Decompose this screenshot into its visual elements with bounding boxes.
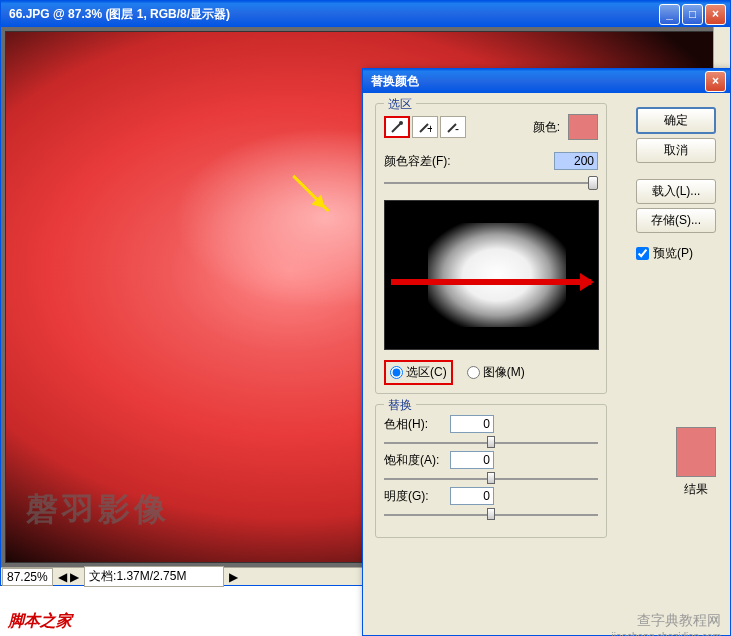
dialog-close-button[interactable]: × — [705, 71, 726, 92]
window-title: 66.JPG @ 87.3% (图层 1, RGB/8/显示器) — [5, 6, 659, 23]
sat-label: 饱和度(A): — [384, 452, 444, 469]
svg-point-1 — [399, 121, 403, 125]
save-button[interactable]: 存储(S)... — [636, 208, 716, 233]
doc-size: 文档:1.37M/2.75M — [84, 566, 224, 587]
hue-label: 色相(H): — [384, 416, 444, 433]
color-swatch[interactable] — [568, 114, 598, 140]
eyedropper-subtract-button[interactable]: - — [440, 116, 466, 138]
preview-label: 预览(P) — [653, 245, 693, 262]
result-swatch[interactable] — [676, 427, 716, 477]
tolerance-input[interactable] — [554, 152, 598, 170]
light-slider[interactable] — [384, 507, 598, 523]
eyedropper-button[interactable] — [384, 116, 410, 138]
tolerance-label: 颜色容差(F): — [384, 153, 548, 170]
main-titlebar[interactable]: 66.JPG @ 87.3% (图层 1, RGB/8/显示器) _ □ × — [1, 1, 730, 27]
radio-image[interactable] — [467, 366, 480, 379]
svg-text:-: - — [455, 122, 459, 134]
page-footer: 脚本之家 www.jb51.net 查字典教程网 jiaocheng.chazi… — [0, 586, 731, 636]
radio-selection-wrap[interactable]: 选区(C) — [384, 360, 453, 385]
svg-text:+: + — [427, 122, 432, 134]
footer-watermark: 查字典教程网 — [637, 612, 721, 630]
scroll-arrows[interactable]: ◀ ▶ — [54, 570, 83, 584]
dialog-title: 替换颜色 — [367, 73, 705, 90]
image-watermark: 磬羽影像 — [26, 488, 170, 532]
selection-legend: 选区 — [384, 96, 416, 113]
selection-fieldset: 选区 + - 颜色: 颜色容差(F): — [375, 103, 607, 394]
result-label: 结果 — [676, 481, 716, 498]
hue-input[interactable] — [450, 415, 494, 433]
color-label: 颜色: — [533, 119, 560, 136]
hue-slider[interactable] — [384, 435, 598, 451]
replace-legend: 替换 — [384, 397, 416, 414]
result-swatch-group: 结果 — [676, 427, 716, 498]
replace-fieldset: 替换 色相(H): 饱和度(A): 明度(G): — [375, 404, 607, 538]
cancel-button[interactable]: 取消 — [636, 138, 716, 163]
annotation-red-arrow — [391, 279, 591, 285]
preview-check-wrap[interactable]: 预览(P) — [636, 245, 716, 262]
info-arrow[interactable]: ▶ — [225, 570, 242, 584]
eyedropper-add-button[interactable]: + — [412, 116, 438, 138]
sat-input[interactable] — [450, 451, 494, 469]
ok-button[interactable]: 确定 — [636, 107, 716, 134]
zoom-level[interactable]: 87.25% — [2, 568, 53, 586]
svg-line-0 — [392, 124, 400, 132]
brand-text: 脚本之家 — [8, 611, 72, 632]
replace-color-dialog: 替换颜色 × 选区 + - 颜色: 颜色容差(F): — [362, 68, 731, 636]
selection-preview[interactable] — [384, 200, 599, 350]
radio-selection[interactable] — [390, 366, 403, 379]
radio-image-wrap[interactable]: 图像(M) — [467, 364, 525, 381]
sat-slider[interactable] — [384, 471, 598, 487]
light-label: 明度(G): — [384, 488, 444, 505]
footer-watermark-url: jiaocheng.chazidian.com — [611, 631, 721, 636]
dialog-titlebar[interactable]: 替换颜色 × — [363, 69, 730, 93]
minimize-button[interactable]: _ — [659, 4, 680, 25]
close-button[interactable]: × — [705, 4, 726, 25]
preview-checkbox[interactable] — [636, 247, 649, 260]
light-input[interactable] — [450, 487, 494, 505]
load-button[interactable]: 载入(L)... — [636, 179, 716, 204]
tolerance-slider[interactable] — [384, 174, 598, 192]
maximize-button[interactable]: □ — [682, 4, 703, 25]
